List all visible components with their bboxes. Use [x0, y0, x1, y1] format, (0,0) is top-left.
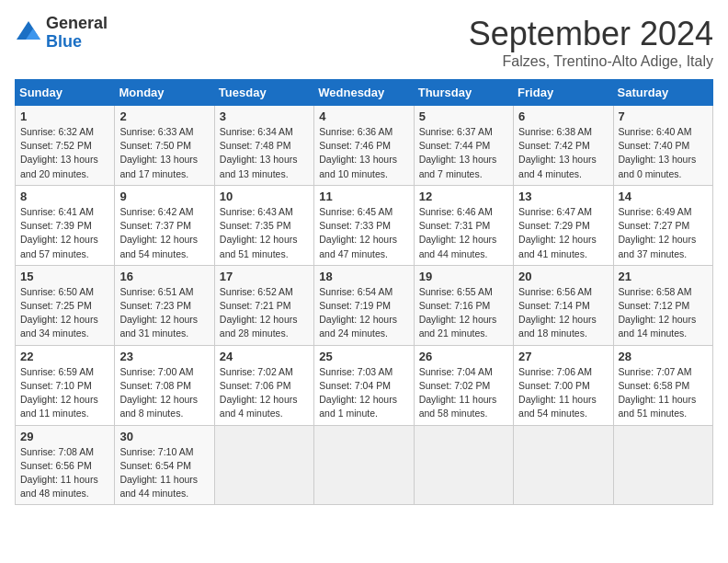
day-number: 26 [419, 350, 508, 363]
day-info: Sunrise: 6:45 AM Sunset: 7:33 PM Dayligh… [319, 205, 408, 261]
day-info: Sunrise: 6:38 AM Sunset: 7:42 PM Dayligh… [518, 125, 608, 181]
day-number: 30 [119, 430, 209, 443]
calendar-cell: 4 Sunrise: 6:36 AM Sunset: 7:46 PM Dayli… [314, 106, 414, 186]
day-number: 28 [619, 350, 708, 363]
logo: General Blue [15, 15, 108, 52]
col-monday: Monday [115, 80, 214, 106]
calendar-cell: 25 Sunrise: 7:03 AM Sunset: 7:04 PM Dayl… [314, 345, 414, 425]
calendar-cell [613, 425, 712, 505]
day-info: Sunrise: 7:10 AM Sunset: 6:54 PM Dayligh… [119, 445, 209, 501]
calendar-cell: 3 Sunrise: 6:34 AM Sunset: 7:48 PM Dayli… [214, 106, 313, 186]
calendar-cell: 8 Sunrise: 6:41 AM Sunset: 7:39 PM Dayli… [16, 185, 115, 265]
location-subtitle: Falzes, Trentino-Alto Adige, Italy [469, 53, 713, 70]
day-number: 23 [119, 350, 209, 363]
calendar-cell: 18 Sunrise: 6:54 AM Sunset: 7:19 PM Dayl… [314, 265, 414, 345]
calendar-cell: 17 Sunrise: 6:52 AM Sunset: 7:21 PM Dayl… [214, 265, 313, 345]
calendar-cell: 6 Sunrise: 6:38 AM Sunset: 7:42 PM Dayli… [514, 106, 613, 186]
day-info: Sunrise: 7:08 AM Sunset: 6:56 PM Dayligh… [20, 445, 109, 501]
day-number: 11 [319, 190, 408, 203]
col-friday: Friday [514, 80, 613, 106]
day-info: Sunrise: 6:52 AM Sunset: 7:21 PM Dayligh… [220, 285, 309, 341]
calendar-cell: 16 Sunrise: 6:51 AM Sunset: 7:23 PM Dayl… [115, 265, 214, 345]
calendar-cell: 14 Sunrise: 6:49 AM Sunset: 7:27 PM Dayl… [613, 185, 712, 265]
day-number: 20 [518, 270, 608, 283]
day-info: Sunrise: 6:55 AM Sunset: 7:16 PM Dayligh… [419, 285, 508, 341]
day-number: 15 [20, 270, 109, 283]
month-title: September 2024 [469, 15, 713, 53]
calendar-cell: 15 Sunrise: 6:50 AM Sunset: 7:25 PM Dayl… [16, 265, 115, 345]
calendar-cell: 24 Sunrise: 7:02 AM Sunset: 7:06 PM Dayl… [214, 345, 313, 425]
week-row-2: 8 Sunrise: 6:41 AM Sunset: 7:39 PM Dayli… [16, 185, 713, 265]
day-info: Sunrise: 6:32 AM Sunset: 7:52 PM Dayligh… [20, 125, 109, 181]
day-info: Sunrise: 7:07 AM Sunset: 6:58 PM Dayligh… [619, 365, 708, 421]
calendar-table: Sunday Monday Tuesday Wednesday Thursday… [15, 79, 713, 505]
calendar-cell: 9 Sunrise: 6:42 AM Sunset: 7:37 PM Dayli… [115, 185, 214, 265]
calendar-cell: 1 Sunrise: 6:32 AM Sunset: 7:52 PM Dayli… [16, 106, 115, 186]
title-block: September 2024 Falzes, Trentino-Alto Adi… [469, 15, 713, 70]
day-number: 3 [220, 109, 309, 123]
day-number: 27 [518, 350, 608, 363]
day-info: Sunrise: 6:33 AM Sunset: 7:50 PM Dayligh… [119, 125, 209, 181]
day-number: 22 [20, 350, 109, 363]
day-info: Sunrise: 6:50 AM Sunset: 7:25 PM Dayligh… [20, 285, 109, 341]
calendar-cell: 23 Sunrise: 7:00 AM Sunset: 7:08 PM Dayl… [115, 345, 214, 425]
calendar-cell: 27 Sunrise: 7:06 AM Sunset: 7:00 PM Dayl… [514, 345, 613, 425]
day-number: 25 [319, 350, 408, 363]
day-number: 8 [20, 190, 109, 203]
day-number: 13 [518, 190, 608, 203]
col-wednesday: Wednesday [314, 80, 414, 106]
day-number: 24 [220, 350, 309, 363]
calendar-cell: 12 Sunrise: 6:46 AM Sunset: 7:31 PM Dayl… [414, 185, 513, 265]
day-info: Sunrise: 7:03 AM Sunset: 7:04 PM Dayligh… [319, 365, 408, 421]
day-info: Sunrise: 7:04 AM Sunset: 7:02 PM Dayligh… [419, 365, 508, 421]
day-number: 16 [119, 270, 209, 283]
col-thursday: Thursday [414, 80, 513, 106]
col-sunday: Sunday [16, 80, 115, 106]
day-info: Sunrise: 6:51 AM Sunset: 7:23 PM Dayligh… [119, 285, 209, 341]
day-info: Sunrise: 6:42 AM Sunset: 7:37 PM Dayligh… [119, 205, 209, 261]
week-row-3: 15 Sunrise: 6:50 AM Sunset: 7:25 PM Dayl… [16, 265, 713, 345]
day-info: Sunrise: 6:36 AM Sunset: 7:46 PM Dayligh… [319, 125, 408, 181]
calendar-cell: 13 Sunrise: 6:47 AM Sunset: 7:29 PM Dayl… [514, 185, 613, 265]
day-number: 2 [119, 109, 209, 123]
calendar-cell: 26 Sunrise: 7:04 AM Sunset: 7:02 PM Dayl… [414, 345, 513, 425]
col-saturday: Saturday [613, 80, 712, 106]
calendar-cell: 29 Sunrise: 7:08 AM Sunset: 6:56 PM Dayl… [16, 425, 115, 505]
calendar-cell: 10 Sunrise: 6:43 AM Sunset: 7:35 PM Dayl… [214, 185, 313, 265]
day-info: Sunrise: 6:43 AM Sunset: 7:35 PM Dayligh… [220, 205, 309, 261]
calendar-cell: 22 Sunrise: 6:59 AM Sunset: 7:10 PM Dayl… [16, 345, 115, 425]
day-info: Sunrise: 7:02 AM Sunset: 7:06 PM Dayligh… [220, 365, 309, 421]
day-info: Sunrise: 6:41 AM Sunset: 7:39 PM Dayligh… [20, 205, 109, 261]
page-header: General Blue September 2024 Falzes, Tren… [15, 15, 713, 70]
day-info: Sunrise: 6:49 AM Sunset: 7:27 PM Dayligh… [619, 205, 708, 261]
day-info: Sunrise: 6:54 AM Sunset: 7:19 PM Dayligh… [319, 285, 408, 341]
calendar-cell: 30 Sunrise: 7:10 AM Sunset: 6:54 PM Dayl… [115, 425, 214, 505]
calendar-cell: 19 Sunrise: 6:55 AM Sunset: 7:16 PM Dayl… [414, 265, 513, 345]
day-number: 17 [220, 270, 309, 283]
day-info: Sunrise: 6:58 AM Sunset: 7:12 PM Dayligh… [619, 285, 708, 341]
calendar-cell: 11 Sunrise: 6:45 AM Sunset: 7:33 PM Dayl… [314, 185, 414, 265]
day-number: 14 [619, 190, 708, 203]
calendar-cell [214, 425, 313, 505]
calendar-cell [314, 425, 414, 505]
day-number: 7 [619, 109, 708, 123]
calendar-cell: 2 Sunrise: 6:33 AM Sunset: 7:50 PM Dayli… [115, 106, 214, 186]
calendar-cell [514, 425, 613, 505]
day-info: Sunrise: 6:34 AM Sunset: 7:48 PM Dayligh… [220, 125, 309, 181]
day-info: Sunrise: 6:37 AM Sunset: 7:44 PM Dayligh… [419, 125, 508, 181]
day-info: Sunrise: 6:47 AM Sunset: 7:29 PM Dayligh… [518, 205, 608, 261]
day-number: 1 [20, 109, 109, 123]
day-info: Sunrise: 6:59 AM Sunset: 7:10 PM Dayligh… [20, 365, 109, 421]
logo-icon [15, 19, 42, 47]
calendar-cell: 28 Sunrise: 7:07 AM Sunset: 6:58 PM Dayl… [613, 345, 712, 425]
day-number: 21 [619, 270, 708, 283]
calendar-cell: 7 Sunrise: 6:40 AM Sunset: 7:40 PM Dayli… [613, 106, 712, 186]
calendar-cell [414, 425, 513, 505]
logo-blue: Blue [46, 33, 108, 52]
day-info: Sunrise: 6:56 AM Sunset: 7:14 PM Dayligh… [518, 285, 608, 341]
day-info: Sunrise: 7:06 AM Sunset: 7:00 PM Dayligh… [518, 365, 608, 421]
day-info: Sunrise: 6:46 AM Sunset: 7:31 PM Dayligh… [419, 205, 508, 261]
calendar-cell: 21 Sunrise: 6:58 AM Sunset: 7:12 PM Dayl… [613, 265, 712, 345]
week-row-4: 22 Sunrise: 6:59 AM Sunset: 7:10 PM Dayl… [16, 345, 713, 425]
day-number: 6 [518, 109, 608, 123]
